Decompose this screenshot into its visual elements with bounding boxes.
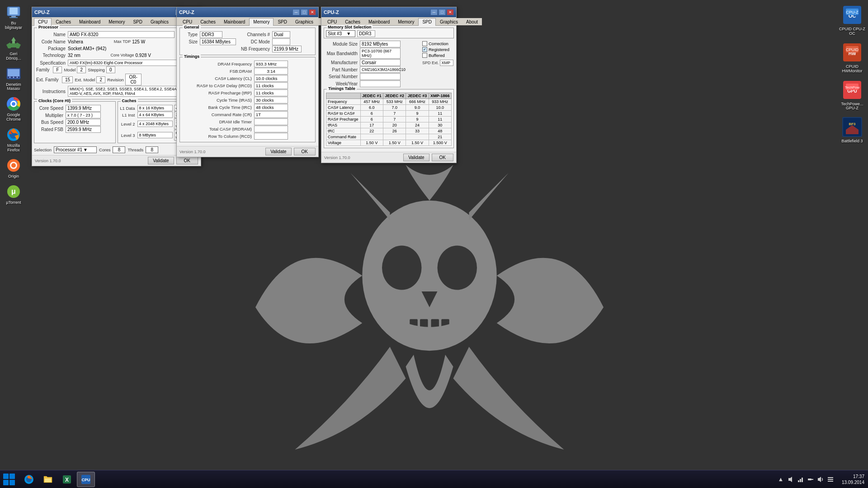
sidebar-item-utorrent[interactable]: μ µTorrent <box>2 182 25 207</box>
buffered-label: Buffered <box>429 53 445 58</box>
caches-title: Caches <box>121 99 138 103</box>
window-content-3: Memory Slot Selection Slot #3 ▼ DDR3 Mod… <box>321 26 456 152</box>
total-cas-row: Total CAS# (tRDRAM) <box>182 126 313 132</box>
tab-graphics-2[interactable]: Graphics <box>291 18 317 25</box>
ok-btn-2[interactable]: OK <box>294 148 316 155</box>
tab-spd-2[interactable]: SPD <box>274 18 291 25</box>
clock[interactable]: 17:37 13.09.2014 <box>838 474 868 485</box>
titlebar-2[interactable]: CPU-Z ─ □ ✕ <box>177 7 318 17</box>
validate-btn-3[interactable]: Validate <box>403 154 429 161</box>
rated-fsb-value: 2599.9 MHz <box>66 126 101 133</box>
dram-idle-label: DRAM Idle Timer <box>182 119 254 124</box>
revision-value: OR-C0 <box>125 74 142 85</box>
timings-title: Timings <box>183 54 201 59</box>
titlebar-1[interactable]: CPU-Z ─ □ ✕ <box>32 7 201 17</box>
tab-mainboard-1[interactable]: Mainboard <box>75 18 104 25</box>
command-rate-label: Command Rate (CR) <box>182 112 254 117</box>
bank-cycle-row: Bank Cycle Time (tRC) 48 clocks <box>182 104 313 111</box>
tray-power-icon[interactable] <box>807 475 815 483</box>
tray-network-icon[interactable] <box>797 475 805 483</box>
taskbar-item-excel[interactable]: X <box>58 472 76 487</box>
taskbar-item-cpuz[interactable]: CPU <box>77 472 95 487</box>
tab-caches-3[interactable]: Caches <box>341 18 364 25</box>
codename-row: Code Name Vishera Max TDP 125 W <box>36 38 175 45</box>
dc-mode-value <box>272 38 290 45</box>
svg-rect-52 <box>45 479 51 482</box>
table-row: RAS# Precharge67911 <box>326 117 452 122</box>
tray-volume-icon[interactable] <box>816 475 825 483</box>
tray-expand-icon[interactable]: ▲ <box>777 475 785 483</box>
sidebar-item-denetim[interactable]: Denetim Masası <box>2 64 25 94</box>
start-button[interactable] <box>0 470 18 488</box>
taskbar-items: X CPU <box>18 472 773 487</box>
minimize-btn-3[interactable]: ─ <box>430 9 438 15</box>
taskbar-item-explorer[interactable] <box>39 472 57 487</box>
tray-speaker-icon[interactable] <box>787 475 795 483</box>
tab-graphics-3[interactable]: Graphics <box>436 18 462 25</box>
cycle-time-value: 30 clocks <box>254 97 288 103</box>
max-bw-value: PC3-10700 (667 MHz) <box>360 48 401 59</box>
timings-table-group: Timings Table JEDEC #1 JEDEC #2 JEDEC #3… <box>324 89 454 148</box>
selection-dropdown[interactable]: Processor #1 ▼ <box>54 146 97 153</box>
close-btn-3[interactable]: ✕ <box>447 9 454 15</box>
validate-btn-2[interactable]: Validate <box>265 148 291 155</box>
skull-background <box>181 145 678 470</box>
cpuid-hwmonitor-icon: HWCPUID <box>841 42 863 63</box>
tray-action-center-icon[interactable] <box>826 475 835 483</box>
tab-cpu-3[interactable]: CPU <box>323 18 341 25</box>
right-label-battlefield3: Battlefield 3 <box>841 139 863 144</box>
registered-checkbox[interactable]: ✓ <box>422 47 427 52</box>
sidebar-label-bu-bilgisayar: Bu bilgisayar <box>3 21 24 30</box>
sidebar-item-origin[interactable]: Origin <box>2 155 25 181</box>
close-btn-2[interactable]: ✕ <box>309 9 316 15</box>
serial-number-row: Serial Number <box>324 73 421 80</box>
tab-cpu-1[interactable]: CPU <box>34 18 52 26</box>
tab-spd-1[interactable]: SPD <box>129 18 146 25</box>
ok-btn-1[interactable]: OK <box>176 157 198 164</box>
ok-btn-3[interactable]: OK <box>432 154 453 161</box>
tab-memory-1[interactable]: Memory <box>104 18 129 25</box>
correction-checkbox[interactable] <box>422 41 427 46</box>
validate-btn-1[interactable]: Validate <box>148 157 174 164</box>
svg-rect-63 <box>828 479 833 480</box>
right-icon-cpuid-cpuz[interactable]: OCCPU-Z CPUID CPU-Z OC <box>836 2 868 38</box>
dram-freq-row: DRAM Frequency 933.3 MHz <box>182 61 313 67</box>
tab-caches-1[interactable]: Caches <box>52 18 75 25</box>
tab-about-3[interactable]: About <box>462 18 482 25</box>
svg-rect-48 <box>3 480 9 485</box>
dram-freq-value: 933.3 MHz <box>254 61 288 67</box>
taskbar-item-firefox[interactable] <box>20 472 38 487</box>
svg-rect-58 <box>800 479 801 482</box>
bank-cycle-label: Bank Cycle Time (tRC) <box>182 105 254 110</box>
tab-memory-3[interactable]: Memory <box>394 18 418 25</box>
cycle-time-label: Cycle Time (tRAS) <box>182 98 254 103</box>
right-icon-battlefield3[interactable]: BF3 Battlefield 3 <box>836 114 868 145</box>
right-icon-cpuid-hwmonitor[interactable]: HWCPUID CPUID HWMonitor <box>836 40 868 75</box>
sidebar-item-geri-donusum[interactable]: Geri Dönüş... <box>2 33 25 63</box>
tab-spd-3[interactable]: SPD <box>418 18 436 26</box>
tab-caches-2[interactable]: Caches <box>196 18 220 25</box>
buffered-checkbox[interactable] <box>422 53 427 58</box>
sidebar-item-firefox[interactable]: Mozilla Firefox <box>2 125 25 155</box>
maximize-btn-3[interactable]: □ <box>439 9 446 15</box>
processor-group: Processor Name AMD FX-8320 Code Name Vis… <box>34 28 199 99</box>
tab-cpu-2[interactable]: CPU <box>179 18 196 25</box>
origin-icon <box>5 157 22 174</box>
maximize-btn-2[interactable]: □ <box>301 9 308 15</box>
th-jedec2: JEDEC #2 <box>383 93 406 99</box>
week-year-value <box>360 80 401 87</box>
sidebar-item-google-chrome[interactable]: Google Chrome <box>2 94 25 124</box>
tab-graphics-1[interactable]: Graphics <box>146 18 173 25</box>
tab-memory-2[interactable]: Memory <box>249 18 274 26</box>
sidebar-item-bu-bilgisayar[interactable]: Bu bilgisayar <box>2 2 25 32</box>
tab-mainboard-3[interactable]: Mainboard <box>364 18 394 25</box>
taskbar: X CPU ▲ <box>0 470 868 488</box>
sidebar-label-firefox: Mozilla Firefox <box>3 144 24 153</box>
minimize-btn-2[interactable]: ─ <box>292 9 300 15</box>
right-icon-gpuz[interactable]: GPUTechPow TechPowe... GPU-Z <box>836 77 868 113</box>
tab-mainboard-2[interactable]: Mainboard <box>220 18 249 25</box>
name-label: Name <box>36 32 68 37</box>
ras-to-cas-label: RAS# to CAS# Delay (tRCD) <box>182 83 254 88</box>
slot-dropdown[interactable]: Slot #3 ▼ <box>326 30 355 37</box>
titlebar-3[interactable]: CPU-Z ─ □ ✕ <box>321 7 456 17</box>
